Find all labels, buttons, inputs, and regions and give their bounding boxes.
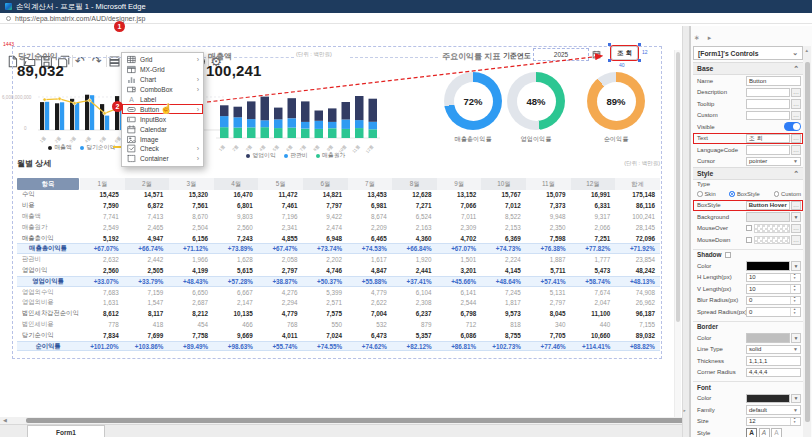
property-border[interactable]: Border <box>693 321 803 333</box>
menu-item-grid[interactable]: Grid› <box>122 55 203 65</box>
donut-영업이익률[interactable]: 48% <box>507 72 565 130</box>
spinner-arrows[interactable]: ▲▼ <box>790 417 798 427</box>
table-row[interactable]: 순이익률+101.20%+103.86%+89.49%+98.63%+55.74… <box>17 341 660 352</box>
section-style[interactable]: Style⌃ <box>693 167 803 180</box>
font-outline-button[interactable]: A <box>771 428 782 437</box>
property-family[interactable]: Familydefault▼ <box>693 404 803 416</box>
table-row[interactable]: 매출액7,7417,4138,6709,8037,1969,4228,6746,… <box>17 211 660 222</box>
table-row[interactable]: 매출총이익률+67.07%+66.74%+71.12%+73.89%+67.47… <box>17 243 660 254</box>
property-select[interactable]: default▼ <box>746 405 801 415</box>
controls-header[interactable]: [Form1]'s Controls ⌄ <box>693 46 803 60</box>
column-header[interactable]: 11월 <box>526 178 571 190</box>
table-row[interactable]: 비용7,5906,8727,5616,8017,4617,7976,9817,2… <box>17 200 660 211</box>
column-header[interactable]: 7월 <box>348 178 393 190</box>
menu-item-combobox[interactable]: ComboBox› <box>122 85 203 95</box>
property-h-length-px-[interactable]: H Length(px)10▲▼ <box>693 272 803 284</box>
column-header[interactable]: 10월 <box>481 178 526 190</box>
table-row[interactable]: 영업외수익7,6837,1596,6506,6674,2765,3994,779… <box>17 287 660 298</box>
property-name[interactable]: NameButton <box>693 75 803 87</box>
search-button[interactable]: 조 회 <box>611 46 638 60</box>
scrollbar-thumb[interactable] <box>676 52 680 322</box>
radio-boxstyle[interactable]: BoxStyle <box>729 191 759 197</box>
menu-item-inputbox[interactable]: InputBox <box>122 114 203 124</box>
property-color[interactable]: Color▼ <box>693 332 803 344</box>
property-input[interactable]: Button Hover <box>746 201 790 211</box>
donut-매출총이익률[interactable]: 72% <box>444 72 502 130</box>
column-header[interactable]: 2월 <box>125 178 170 190</box>
property-shadow[interactable]: Shadow <box>693 249 803 261</box>
property-color[interactable]: Color▼ <box>693 260 803 272</box>
menu-item-chart[interactable]: Chart› <box>122 75 203 85</box>
property-cursor[interactable]: Cursorpointer▼ <box>693 156 803 168</box>
property-input[interactable]: 1,1,1,1 <box>746 356 801 366</box>
column-header-item[interactable]: 항목 <box>17 178 79 190</box>
scrollbar-thumb[interactable] <box>805 62 810 422</box>
property-font[interactable]: Font <box>693 381 803 393</box>
ellipsis-button[interactable]: … <box>791 201 801 211</box>
property-input[interactable]: 조 회 <box>746 134 790 144</box>
property-spinner[interactable]: 0▲▼ <box>746 307 801 317</box>
chevron-down-icon[interactable]: ▼ <box>791 261 801 271</box>
property-blur-radius-px-[interactable]: Blur Radius(px)0▲▼ <box>693 295 803 307</box>
table-row[interactable]: 매출총이익5,1924,9476,1567,2434,8556,9486,465… <box>17 233 660 244</box>
calendar-icon[interactable] <box>592 50 601 59</box>
property-text[interactable]: Text조 회… <box>693 133 803 145</box>
table-row[interactable]: 매출원가2,5492,4652,5042,5602,3412,4742,2092… <box>17 222 660 233</box>
font-bold-button[interactable]: A <box>746 428 757 437</box>
property-spinner[interactable]: 0▲▼ <box>746 296 801 306</box>
ellipsis-button[interactable]: … <box>791 224 801 234</box>
checkbox[interactable] <box>746 237 752 243</box>
selection-handle[interactable] <box>608 43 611 46</box>
selection-handle[interactable] <box>638 43 641 46</box>
spinner-arrows[interactable]: ▲▼ <box>790 273 798 283</box>
ellipsis-button[interactable]: … <box>791 235 801 245</box>
property-spinner[interactable]: 10▲▼ <box>746 273 801 283</box>
dataset-icon[interactable] <box>106 53 122 69</box>
property-spread-radius-px-[interactable]: Spread Radius(px)0▲▼ <box>693 306 803 318</box>
column-header[interactable]: 8월 <box>392 178 437 190</box>
revenue-stacked-chart[interactable]: 1월2월3월4월5월6월7월8월9월10월11월12월 <box>212 84 384 160</box>
menu-item-calendar[interactable]: Calendar <box>122 124 203 134</box>
property-size[interactable]: Size12▲▼ <box>693 416 803 428</box>
column-header[interactable]: 4월 <box>214 178 259 190</box>
property-color[interactable]: Color▼ <box>693 393 803 405</box>
table-row[interactable]: 영업이익2,5602,5054,1995,6152,7974,7464,8472… <box>17 265 660 276</box>
property-tooltip[interactable]: Tooltip… <box>693 98 803 110</box>
table-row[interactable]: 판관비2,6322,4421,9661,6282,0582,2021,6171,… <box>17 254 660 265</box>
base-year-combobox[interactable]: 2025 <box>533 48 589 61</box>
scroll-left-arrow[interactable]: ◀ <box>3 417 7 424</box>
chevron-down-icon[interactable]: ▼ <box>791 212 801 222</box>
table-row[interactable]: 법인세비용77841845446676855053287971281834044… <box>17 319 660 330</box>
property-corner-radius[interactable]: Corner Radius4,4,4,4 <box>693 367 803 379</box>
tab-form1[interactable]: Form1 <box>27 425 105 437</box>
property-input[interactable] <box>746 88 790 98</box>
menu-item-mx-grid[interactable]: MX-Grid <box>122 65 203 75</box>
property-input[interactable]: Button <box>746 76 801 86</box>
transparent-swatch[interactable] <box>754 236 790 245</box>
property-input[interactable] <box>746 145 790 155</box>
redo-icon[interactable]: ↷ <box>89 53 105 69</box>
selection-handle[interactable] <box>638 59 641 62</box>
spinner-arrows[interactable]: ▲▼ <box>790 296 798 306</box>
table-row[interactable]: 법인세차감전순이익8,6128,1178,21210,1354,7797,575… <box>17 308 660 319</box>
color-swatch[interactable] <box>746 261 790 271</box>
spinner-arrows[interactable]: ▲▼ <box>790 307 798 317</box>
checkbox[interactable] <box>725 252 731 258</box>
color-swatch[interactable] <box>746 394 790 404</box>
ellipsis-button[interactable]: … <box>791 145 801 155</box>
canvas-vertical-scrollbar[interactable] <box>674 50 681 417</box>
spinner-arrows[interactable]: ▲▼ <box>790 284 798 294</box>
column-header[interactable]: 6월 <box>303 178 348 190</box>
chevron-down-icon[interactable]: ▼ <box>791 333 801 343</box>
property-description[interactable]: Description… <box>693 87 803 99</box>
chevron-down-icon[interactable]: ▼ <box>791 394 801 404</box>
section-base[interactable]: Base⌃ <box>693 62 803 75</box>
ellipsis-button[interactable]: … <box>791 134 801 144</box>
property-mouseover[interactable]: MouseOver… <box>693 223 803 235</box>
radio-custom[interactable]: Custom <box>774 191 801 197</box>
column-header[interactable]: 9월 <box>437 178 482 190</box>
panel-vertical-scrollbar[interactable]: ▲ <box>803 46 811 437</box>
table-row[interactable]: 영업이익률+33.07%+33.79%+48.43%+57.28%+38.87%… <box>17 276 660 287</box>
property-spinner[interactable]: 12▲▼ <box>746 417 801 427</box>
color-swatch[interactable] <box>746 333 790 343</box>
